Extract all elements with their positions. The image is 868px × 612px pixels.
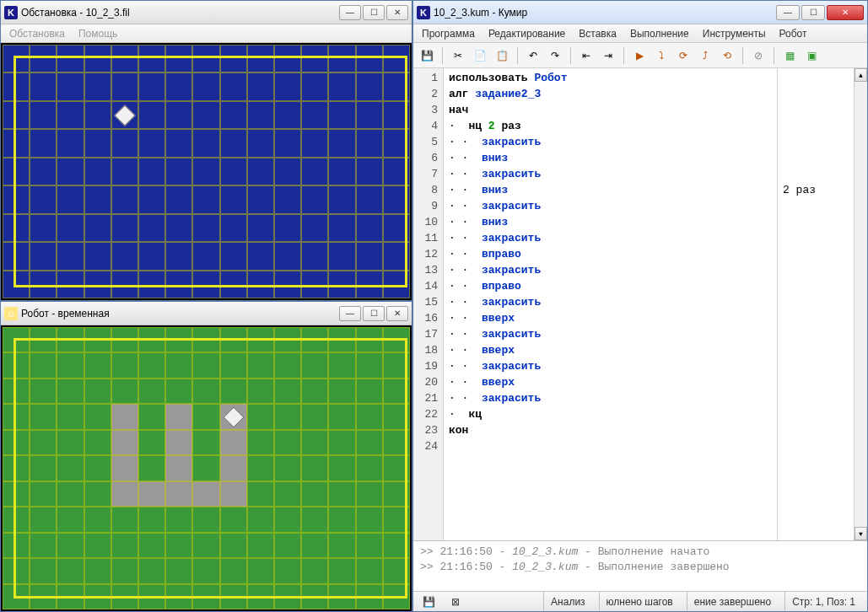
grid-cell <box>247 72 274 100</box>
grid-cell <box>57 404 84 429</box>
grid-cell <box>383 404 410 429</box>
grid-cell <box>3 430 30 455</box>
grid-cell <box>301 129 328 157</box>
grid-cell <box>220 214 247 242</box>
menubar: Программа Редактирование Вставка Выполне… <box>413 24 867 43</box>
grid-cell <box>247 430 274 455</box>
save-icon[interactable]: 💾 <box>417 46 437 66</box>
grid-cell <box>274 101 301 129</box>
run-icon[interactable]: ▶ <box>629 46 650 66</box>
grid-cell <box>111 327 138 352</box>
menu-insert[interactable]: Вставка <box>575 26 620 41</box>
environment-canvas[interactable] <box>1 43 412 300</box>
maximize-button[interactable]: ☐ <box>363 5 385 20</box>
copy-icon[interactable]: 📄 <box>470 46 490 66</box>
grid-cell <box>192 455 219 480</box>
window-title: 10_2_3.kum - Кумир <box>434 7 776 19</box>
grid-cell <box>301 158 328 185</box>
menu-run[interactable]: Выполнение <box>627 26 693 41</box>
menu-environment[interactable]: Обстановка <box>6 26 68 41</box>
minimize-button[interactable]: — <box>776 5 800 20</box>
close-button[interactable]: ✕ <box>386 306 408 321</box>
indent-icon[interactable]: ⇥ <box>598 46 618 66</box>
grid-cell <box>57 101 84 129</box>
stepover-icon[interactable]: ⟳ <box>673 46 693 66</box>
grid-cell <box>356 533 383 558</box>
grid-cell <box>247 584 274 609</box>
menu-help[interactable]: Помощь <box>75 26 121 41</box>
grid-cell <box>247 481 274 507</box>
grid-cell <box>192 271 219 298</box>
step-icon[interactable]: ⤵ <box>651 46 671 66</box>
redo-icon[interactable]: ↷ <box>545 46 565 66</box>
clear-status-icon[interactable]: ⊠ <box>445 592 466 612</box>
save-status-icon[interactable]: 💾 <box>418 592 439 612</box>
grid-cell <box>3 507 30 532</box>
grid-cell <box>328 455 355 480</box>
grid-cell <box>328 404 355 429</box>
minimize-button[interactable]: — <box>339 5 361 20</box>
close-button[interactable]: ✕ <box>827 5 864 20</box>
titlebar[interactable]: ☺ Робот - временная — ☐ ✕ <box>1 302 412 325</box>
code-area[interactable]: использовать Роботалг задание2_3нач· нц … <box>444 68 778 540</box>
grid-cell <box>111 584 138 609</box>
grid-cell <box>3 72 30 100</box>
app-icon: K <box>4 6 18 19</box>
grid-cell <box>328 481 355 507</box>
grid-cell <box>84 271 111 298</box>
vertical-scrollbar[interactable]: ▲ ▼ <box>854 68 867 540</box>
robot-app-icon: ☺ <box>4 307 18 320</box>
robot-canvas[interactable] <box>1 325 412 611</box>
kumir-window: K 10_2_3.kum - Кумир — ☐ ✕ Программа Ред… <box>412 0 868 612</box>
grid-cell <box>301 533 328 558</box>
grid-cell <box>328 378 355 404</box>
grid-cell <box>356 129 383 157</box>
grid-cell <box>383 481 410 507</box>
scroll-up-button[interactable]: ▲ <box>855 68 867 82</box>
grid-cell <box>247 352 274 378</box>
menu-program[interactable]: Программа <box>418 26 478 41</box>
output-console[interactable]: >> 21:16:50 - 10_2_3.kum - Выполнение на… <box>413 540 867 591</box>
titlebar[interactable]: K Обстановка - 10_2_3.fil — ☐ ✕ <box>1 1 412 24</box>
grid-cell <box>192 72 219 100</box>
grid-cell <box>111 242 138 270</box>
maximize-button[interactable]: ☐ <box>801 5 825 20</box>
grid-cell <box>3 404 30 429</box>
grid-cell <box>138 533 165 558</box>
stepout-icon[interactable]: ⤴ <box>695 46 715 66</box>
grid-cell <box>30 481 57 507</box>
menu-edit[interactable]: Редактирование <box>485 26 569 41</box>
grid-cell <box>3 214 30 242</box>
trace-icon[interactable]: ⟲ <box>717 46 737 66</box>
grid-cell <box>165 558 192 583</box>
robot-icon[interactable]: ▣ <box>801 46 822 66</box>
status-analysis: Анализ <box>543 592 592 611</box>
grid-cell <box>192 327 219 352</box>
code-editor[interactable]: 123456789101112131415161718192021222324 … <box>413 68 867 540</box>
grid-cell <box>356 214 383 242</box>
grid-cell <box>301 481 328 507</box>
titlebar[interactable]: K 10_2_3.kum - Кумир — ☐ ✕ <box>413 1 867 24</box>
grid-cell <box>84 533 111 558</box>
grid-cell <box>301 558 328 583</box>
cut-icon[interactable]: ✂ <box>448 46 468 66</box>
grid-icon[interactable]: ▦ <box>779 46 800 66</box>
menu-tools[interactable]: Инструменты <box>699 26 769 41</box>
grid-cell <box>165 158 192 185</box>
stop-icon[interactable]: ⊘ <box>748 46 768 66</box>
minimize-button[interactable]: — <box>339 306 361 321</box>
maximize-button[interactable]: ☐ <box>363 306 385 321</box>
undo-icon[interactable]: ↶ <box>523 46 543 66</box>
scroll-down-button[interactable]: ▼ <box>855 527 867 540</box>
grid-cell <box>165 404 192 429</box>
close-button[interactable]: ✕ <box>386 5 408 20</box>
statusbar: 💾 ⊠ Анализ юлнено шагов ение завершено С… <box>413 591 867 611</box>
menu-robot[interactable]: Робот <box>776 26 811 41</box>
outdent-icon[interactable]: ⇤ <box>576 46 596 66</box>
grid-cell <box>247 158 274 185</box>
paste-icon[interactable]: 📋 <box>492 46 512 66</box>
grid-cell <box>301 45 328 72</box>
grid-cell <box>3 352 30 378</box>
grid-cell <box>274 507 301 532</box>
grid-cell <box>328 507 355 532</box>
